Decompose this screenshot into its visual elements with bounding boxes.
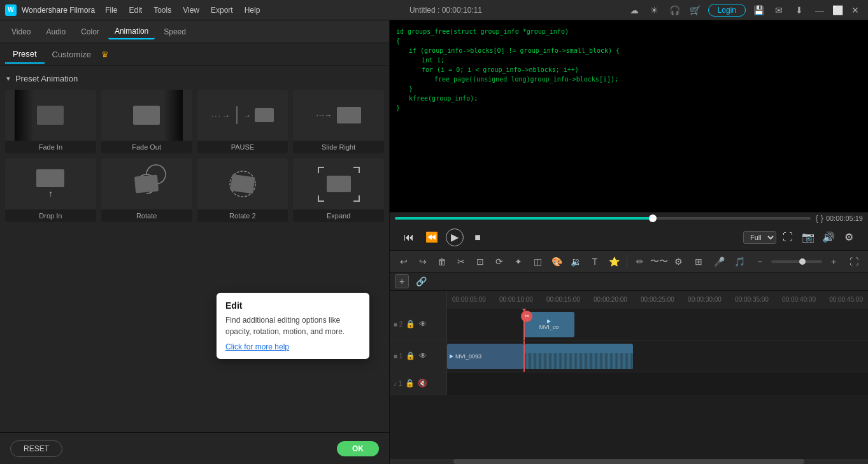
color-toolbar-button[interactable]: 🎨 (548, 253, 566, 271)
headphone-icon[interactable]: 🎧 (667, 3, 683, 18)
save-icon[interactable]: 💾 (751, 3, 766, 18)
stop-button[interactable]: ■ (469, 228, 487, 246)
plus-zoom[interactable]: + (825, 253, 843, 271)
snap-icon[interactable]: ⊞ (690, 253, 708, 271)
pause-divider (236, 106, 238, 124)
transition-button[interactable]: ◫ (529, 253, 546, 271)
sun-icon[interactable]: ☀ (647, 3, 662, 18)
settings-button[interactable]: ⚙ (840, 228, 858, 246)
tab-animation[interactable]: Animation (108, 24, 155, 39)
preset-item-slide-right[interactable]: ···→ Slide Right (293, 90, 384, 153)
text-button[interactable]: T (586, 253, 604, 271)
step-back-button[interactable]: ⏪ (423, 228, 441, 246)
sub-tab-preset[interactable]: Preset (5, 45, 45, 64)
fade-in-label: Fade In (38, 141, 64, 153)
preset-section-header[interactable]: ▼ Preset Animation (5, 71, 384, 90)
skip-back-button[interactable]: ⏮ (400, 228, 418, 246)
close-button[interactable]: ✕ (848, 3, 863, 18)
add-track-button[interactable]: + (395, 274, 409, 288)
code-line-9: } (396, 103, 862, 113)
redo-button[interactable]: ↪ (414, 253, 432, 271)
effect-button[interactable]: ✦ (509, 253, 527, 271)
audio-toolbar-button[interactable]: 🔉 (567, 253, 585, 271)
edit-popup-body: Find additional editing options like opa… (225, 314, 360, 337)
app-name: Wondershare Filmora (22, 6, 95, 15)
tab-color[interactable]: Color (75, 25, 106, 39)
bracket-right: } (821, 214, 823, 223)
settings-toolbar-icon[interactable]: ⚙ (669, 253, 687, 271)
track-num-2: ■ 2 (394, 321, 402, 328)
music-icon[interactable]: 🎵 (730, 253, 748, 271)
corner-br (353, 195, 360, 202)
screenshot-button[interactable]: 📷 (799, 228, 817, 246)
cut-button[interactable]: ✂ (452, 253, 470, 271)
sub-tab-customize[interactable]: Customize (45, 46, 99, 63)
menu-tools[interactable]: Tools (148, 4, 176, 16)
undo-button[interactable]: ↩ (395, 253, 413, 271)
pause-label: PAUSE (230, 141, 255, 153)
crop-button[interactable]: ⊡ (471, 253, 489, 271)
menu-edit[interactable]: Edit (124, 4, 148, 16)
menu-help[interactable]: Help (239, 4, 266, 16)
corner-bl (318, 195, 324, 202)
edit-popup-link[interactable]: Click for more help (225, 342, 289, 351)
left-panel: Video Audio Color Animation Speed Preset… (0, 20, 390, 464)
ruler-mark-1: 00:00:10:00 (499, 296, 533, 303)
zoom-slider[interactable] (771, 260, 822, 263)
ruler-marks: 00:00:05:00 00:00:10:00 00:00:15:00 00:0… (452, 296, 863, 303)
menu-view[interactable]: View (178, 4, 204, 16)
maximize-button[interactable]: ⬜ (830, 3, 845, 18)
audio-mute-icon[interactable]: 🔇 (417, 378, 427, 388)
link-track-button[interactable]: 🔗 (414, 274, 428, 288)
volume-button[interactable]: 🔊 (820, 228, 837, 246)
rotate-toolbar-button[interactable]: ⟳ (490, 253, 508, 271)
track-eye-2[interactable]: 👁 (418, 319, 428, 329)
sticker-button[interactable]: ⭐ (605, 253, 623, 271)
preset-item-drop-in[interactable]: ↑ Drop In (5, 158, 96, 222)
track-lock-1[interactable]: 🔒 (405, 351, 415, 361)
progress-thumb[interactable] (649, 214, 657, 222)
play-button[interactable]: ▶ (446, 228, 464, 246)
download-icon[interactable]: ⬇ (792, 3, 807, 18)
preset-item-fade-out[interactable]: Fade Out (101, 90, 192, 153)
reset-button[interactable]: RESET (10, 440, 62, 457)
preset-item-fade-in[interactable]: Fade In (5, 90, 96, 153)
menu-file[interactable]: File (100, 4, 122, 16)
code-line-1: id groups_free(struct group_info *group_… (396, 27, 862, 36)
preset-item-pause[interactable]: ···→ → PAUSE (197, 90, 288, 153)
preset-item-rotate[interactable]: Rotate (101, 158, 192, 222)
cart-icon[interactable]: 🛒 (688, 3, 703, 18)
edit-toolbar-button[interactable]: ✏ (631, 253, 649, 271)
track-eye-1[interactable]: 👁 (418, 351, 428, 361)
track-clip-video-1b[interactable]: ▶ MVI_0069 (525, 344, 633, 369)
progress-track[interactable] (395, 217, 811, 220)
menu-export[interactable]: Export (206, 4, 238, 16)
delete-button[interactable]: 🗑 (433, 253, 451, 271)
tab-speed[interactable]: Speed (157, 25, 192, 39)
track-clip-video-1a[interactable]: ▶ MVI_0093 (447, 344, 523, 369)
fullscreen-button[interactable]: ⛶ (779, 228, 797, 246)
wave-button[interactable]: 〜〜 (650, 253, 668, 271)
login-button[interactable]: Login (708, 4, 746, 17)
minimize-button[interactable]: — (812, 3, 827, 18)
ok-button[interactable]: OK (337, 441, 379, 456)
code-line-8: kfree(group_info); (396, 94, 862, 103)
tab-audio[interactable]: Audio (39, 25, 72, 39)
minus-zoom[interactable]: − (751, 253, 769, 271)
track-lock-2[interactable]: 🔒 (405, 319, 415, 329)
mail-icon[interactable]: ✉ (771, 3, 786, 18)
drop-in-thumb: ↑ (5, 158, 96, 209)
mic-icon[interactable]: 🎤 (710, 253, 728, 271)
cloud-icon[interactable]: ☁ (627, 3, 642, 18)
tab-video[interactable]: Video (5, 25, 37, 39)
project-title: Untitled : 00:00:10:11 (409, 6, 482, 15)
audio-track-lock[interactable]: 🔒 (404, 378, 415, 388)
fullscreen-timeline[interactable]: ⛶ (845, 253, 863, 271)
current-time: 00:00:05:19 (826, 214, 863, 222)
timeline-scrollbar[interactable] (390, 459, 868, 464)
audio-track-num: ♪ 1 (394, 380, 402, 387)
preset-item-rotate2[interactable]: Rotate 2 (197, 158, 288, 222)
quality-select[interactable]: Full (743, 231, 776, 244)
timeline-scrollbar-thumb[interactable] (453, 459, 804, 464)
preset-item-expand[interactable]: Expand (293, 158, 384, 222)
